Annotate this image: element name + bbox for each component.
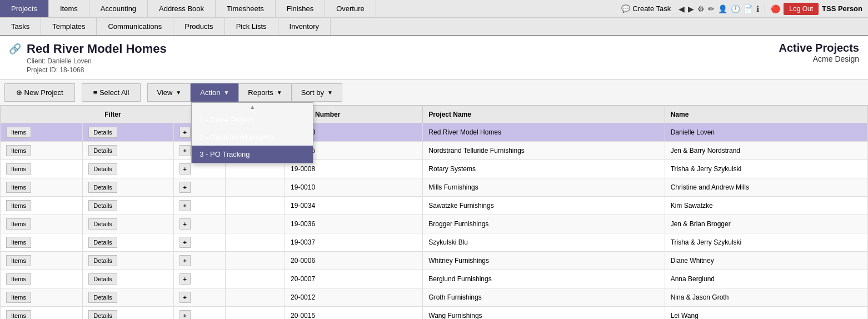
logout-button[interactable]: Log Out — [784, 3, 819, 15]
project-number-cell: 20-0015 — [285, 307, 423, 320]
client-name: Danielle Loven — [47, 57, 91, 65]
plus-button[interactable]: + — [179, 292, 191, 303]
info-icon[interactable]: ℹ — [756, 4, 759, 13]
project-name-cell: Rotary Systems — [423, 160, 665, 178]
client-name-cell: Danielle Loven — [665, 123, 867, 142]
view-label: View — [157, 88, 172, 97]
client-name-cell: Jen & Barry Nordstrand — [665, 142, 867, 160]
view-dropdown[interactable]: View ▼ — [147, 83, 191, 102]
items-button[interactable]: Items — [6, 127, 31, 138]
details-button[interactable]: Details — [88, 237, 117, 248]
items-button[interactable]: Items — [6, 273, 31, 285]
create-task-button[interactable]: 💬 Create Task — [617, 2, 675, 15]
project-number-cell: 20-0006 — [285, 252, 423, 270]
plus-button[interactable]: + — [179, 200, 191, 211]
table-row: Items Details + 19-0034 Sawatzke Furnish… — [1, 197, 868, 215]
details-button[interactable]: Details — [88, 273, 117, 285]
action-caret-icon: ▼ — [223, 89, 229, 96]
reports-dropdown[interactable]: Reports ▼ — [238, 83, 291, 102]
action-dropdown[interactable]: Action ▼ ▲ 1 - Clone Project 2 - Gantt f… — [191, 83, 238, 102]
btn-details-cell: Details — [83, 142, 173, 160]
table-row: Items Details + 19-0005 Nordstrand Tellu… — [1, 142, 868, 160]
plus-button[interactable]: + — [179, 310, 191, 319]
external-link-icon[interactable]: 🔗 — [9, 43, 21, 55]
plus-button[interactable]: + — [179, 255, 191, 266]
select-all-button[interactable]: ≡ Select All — [82, 83, 141, 102]
items-button[interactable]: Items — [6, 145, 31, 156]
reports-caret-icon: ▼ — [277, 89, 282, 96]
btn-plus-cell: + — [173, 288, 225, 307]
client-name-cell: Diane Whitney — [665, 252, 867, 270]
nav-products[interactable]: Products — [173, 18, 225, 35]
nav-pick-lists[interactable]: Pick Lists — [225, 18, 278, 35]
btn-details-cell: Details — [83, 307, 173, 320]
client-label: Client: — [27, 57, 46, 65]
nav-inventory[interactable]: Inventory — [278, 18, 331, 35]
details-button[interactable]: Details — [88, 292, 117, 303]
btn-items-cell: Items — [1, 142, 83, 160]
btn-plus-cell: + — [173, 233, 225, 252]
nav-arrow-right-icon[interactable]: ▶ — [688, 4, 694, 13]
items-button[interactable]: Items — [6, 200, 31, 211]
sort-by-caret-icon: ▼ — [327, 89, 333, 96]
plus-button[interactable]: + — [179, 218, 191, 230]
action-item-gantt[interactable]: 2 - Gantt for all projects — [192, 128, 313, 146]
nav-timesheets[interactable]: Timesheets — [216, 0, 276, 17]
person-icon[interactable]: 👤 — [718, 4, 727, 13]
action-item-clone[interactable]: 1 - Clone Project — [192, 111, 313, 128]
items-button[interactable]: Items — [6, 218, 31, 230]
items-button[interactable]: Items — [6, 237, 31, 248]
details-button[interactable]: Details — [88, 310, 117, 319]
btn-details-cell: Details — [83, 252, 173, 270]
settings-icon[interactable]: ⚙ — [697, 4, 705, 13]
plus-button[interactable]: + — [179, 273, 191, 285]
plus-button[interactable]: + — [179, 127, 191, 138]
items-button[interactable]: Items — [6, 292, 31, 303]
nav-projects[interactable]: Projects — [0, 0, 49, 17]
btn-details-cell: Details — [83, 215, 173, 233]
plus-button[interactable]: + — [179, 145, 191, 156]
items-button[interactable]: Items — [6, 182, 31, 193]
clock-icon[interactable]: 🕐 — [731, 4, 740, 13]
nav-accounting[interactable]: Accounting — [89, 0, 148, 17]
btn-items-cell: Items — [1, 288, 83, 307]
plus-button[interactable]: + — [179, 163, 191, 175]
header-right: Active Projects Acme Design — [779, 42, 859, 63]
items-button[interactable]: Items — [6, 163, 31, 175]
nav-finishes[interactable]: Finishes — [276, 0, 325, 17]
btn-items-cell: Items — [1, 307, 83, 320]
header-info: Red River Model Homes Client: Danielle L… — [27, 42, 167, 74]
btn-details-cell: Details — [83, 270, 173, 288]
plus-button[interactable]: + — [179, 182, 191, 193]
details-button[interactable]: Details — [88, 218, 117, 230]
nav-overture[interactable]: Overture — [325, 0, 376, 17]
details-button[interactable]: Details — [88, 127, 117, 138]
new-project-button[interactable]: ⊕ New Project — [4, 83, 75, 102]
project-number-cell: 19-0037 — [285, 233, 423, 252]
details-button[interactable]: Details — [88, 200, 117, 211]
document-icon[interactable]: 📄 — [744, 4, 753, 13]
project-name-cell: Berglund Furnishings — [423, 270, 665, 288]
nav-tasks[interactable]: Tasks — [0, 18, 41, 35]
details-button[interactable]: Details — [88, 255, 117, 266]
btn-plus-cell: + — [173, 215, 225, 233]
sort-by-label: Sort by — [301, 88, 324, 97]
table-body: Items Details + 18-1068 Red River Model … — [1, 123, 868, 320]
details-button[interactable]: Details — [88, 182, 117, 193]
sort-by-dropdown[interactable]: Sort by ▼ — [292, 83, 342, 102]
nav-communications[interactable]: Communications — [97, 18, 173, 35]
action-item-po-tracking[interactable]: 3 - PO Tracking — [192, 146, 313, 163]
nav-arrow-left-icon[interactable]: ◀ — [679, 4, 685, 13]
plus-button[interactable]: + — [179, 237, 191, 248]
details-button[interactable]: Details — [88, 145, 117, 156]
details-button[interactable]: Details — [88, 163, 117, 175]
pencil-icon[interactable]: ✏ — [708, 4, 715, 13]
btn-items-cell: Items — [1, 197, 83, 215]
items-button[interactable]: Items — [6, 310, 31, 319]
items-button[interactable]: Items — [6, 255, 31, 266]
nav-address-book[interactable]: Address Book — [148, 0, 216, 17]
nav-templates[interactable]: Templates — [41, 18, 97, 35]
btn-details-cell: Details — [83, 197, 173, 215]
staff-cell — [225, 270, 285, 288]
nav-items[interactable]: Items — [49, 0, 89, 17]
